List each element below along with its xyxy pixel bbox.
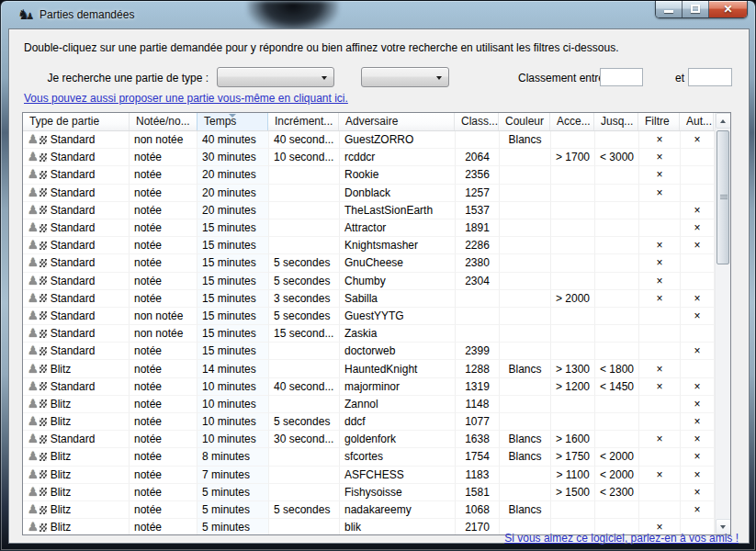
column-header-accept_min[interactable]: Acce... <box>550 113 594 130</box>
column-header-rated[interactable]: Notée/no... <box>130 113 197 130</box>
table-row[interactable]: ♟Standardnotée30 minutes10 second...rcdd… <box>23 149 715 166</box>
table-row[interactable]: ♟Standardnotée10 minutes40 second...majo… <box>23 378 715 396</box>
game-type-text: Standard <box>51 185 96 201</box>
table-row[interactable]: ♟Blitznotée5 minutes5 secondesnadakareem… <box>23 501 715 519</box>
table-row[interactable]: ♟Standardnotée20 minutesTheLastSionEarth… <box>23 202 715 219</box>
cell-filter: × <box>639 360 681 377</box>
cell-time: 40 minutes <box>197 131 269 149</box>
table-row[interactable]: ♟Blitznotée14 minutesHauntedKnight1288Bl… <box>23 360 715 377</box>
column-header-color[interactable]: Couleur <box>499 113 550 130</box>
column-header-type[interactable]: Type de partie <box>23 113 130 130</box>
cell-color: Blancs <box>500 501 551 519</box>
cell-type: ♟Blitz <box>23 360 130 377</box>
game-type-text: Standard <box>51 131 96 148</box>
cell-auto: × <box>681 237 715 254</box>
cell-rated: notée <box>130 431 197 448</box>
pawn-icon: ♟ <box>28 503 47 516</box>
cell-opponent: Fishysoisse <box>340 484 456 501</box>
cell-rated: notée <box>130 219 197 237</box>
cell-increment: 5 secondes <box>269 273 340 290</box>
table-row[interactable]: ♟Standardnotée15 minutes5 secondesGnuChe… <box>23 254 715 272</box>
table-row[interactable]: ♟Blitznotée10 minutes5 secondesddcf1077× <box>23 413 715 431</box>
cell-rating: 2286 <box>456 237 500 254</box>
table-row[interactable]: ♟Standardnon notée15 minutes15 second...… <box>23 325 715 343</box>
table-row[interactable]: ♟Blitznotée8 minutessfcortes1754Blancs> … <box>23 448 715 466</box>
cell-time: 15 minutes <box>197 237 269 254</box>
rating-min-input[interactable] <box>600 68 643 86</box>
close-button[interactable]: ✕ <box>709 1 747 17</box>
cell-time: 15 minutes <box>197 325 269 343</box>
cell-increment: 10 second... <box>269 149 340 166</box>
cell-type: ♟Standard <box>23 431 130 448</box>
cell-auto: × <box>681 448 715 466</box>
game-type-text: Standard <box>51 149 96 165</box>
cell-opponent: nadakareemy <box>340 501 456 519</box>
cell-rating: 1077 <box>456 413 500 431</box>
table-row[interactable]: ♟Blitznotée7 minutesASFCHESS1183> 1100< … <box>23 467 715 484</box>
table-row[interactable]: ♟Standardnotée15 minutes5 secondesChumby… <box>23 273 715 290</box>
cell-accept_max <box>595 413 639 431</box>
cell-type: ♟Blitz <box>23 467 130 484</box>
table-row[interactable]: ♟Standardnotée20 minutesDonblack1257× <box>23 185 715 202</box>
column-header-opponent[interactable]: Adversaire <box>339 113 455 130</box>
column-header-increment[interactable]: Incrément... <box>268 113 339 130</box>
cell-auto <box>681 149 715 166</box>
cell-type: ♟Blitz <box>23 413 130 431</box>
cell-accept_max: < 2000 <box>595 467 639 484</box>
cell-color <box>500 290 551 308</box>
column-header-filter[interactable]: Filtre <box>638 113 680 130</box>
cell-rating: 1638 <box>456 431 500 448</box>
cell-color <box>500 484 551 501</box>
cell-filter: × <box>639 254 681 272</box>
cell-opponent: Rookie <box>340 166 456 184</box>
scroll-down-icon <box>720 525 726 529</box>
column-header-time[interactable]: Temps <box>197 113 268 130</box>
cell-accept_min <box>551 185 595 202</box>
cell-type: ♟Standard <box>23 131 130 149</box>
table-row[interactable]: ♟Standardnotée15 minutesdoctorweb2399× <box>23 343 715 360</box>
column-header-accept_max[interactable]: Jusq... <box>594 113 638 130</box>
table-row[interactable]: ♟Standardnon notée15 minutes5 secondesGu… <box>23 308 715 325</box>
table-row[interactable]: ♟Standardnon notée40 minutes40 second...… <box>23 131 715 149</box>
table-row[interactable]: ♟Standardnotée10 minutes30 second...gold… <box>23 431 715 448</box>
cell-type: ♟Blitz <box>23 448 130 466</box>
scrollbar-thumb[interactable] <box>717 130 729 264</box>
table-row[interactable]: ♟Standardnotée15 minutesAttractor1891× <box>23 219 715 237</box>
cell-color <box>500 219 551 237</box>
title-bar[interactable]: ♞♟ Parties demandées ✕ <box>1 1 755 28</box>
cell-time: 5 minutes <box>197 519 269 535</box>
cell-accept_min <box>551 501 595 519</box>
cell-opponent: Sabilla <box>340 290 456 308</box>
cell-increment <box>269 519 340 535</box>
share-link[interactable]: Si vous aimez ce logiciel, parlez-en à v… <box>504 532 739 545</box>
table-row[interactable]: ♟Standardnotée15 minutes3 secondesSabill… <box>23 290 715 308</box>
scroll-up-button[interactable] <box>716 113 731 129</box>
cell-auto: × <box>681 413 715 431</box>
cell-accept_max: < 1800 <box>595 360 639 377</box>
cell-accept_max <box>595 325 639 343</box>
table-row[interactable]: ♟Standardnotée15 minutesKnightsmasher228… <box>23 237 715 254</box>
pawn-icon: ♟ <box>28 309 47 322</box>
table-row[interactable]: ♟Blitznotée5 minutesFishysoisse1581> 150… <box>23 484 715 501</box>
cell-accept_min: > 1500 <box>551 484 595 501</box>
pawn-icon: ♟ <box>28 327 47 340</box>
cell-color <box>500 325 551 343</box>
cell-accept_min <box>551 396 595 413</box>
rating-max-input[interactable] <box>688 68 732 86</box>
game-type-select[interactable] <box>217 67 334 87</box>
cell-rating: 1319 <box>456 378 500 396</box>
column-header-auto[interactable]: Aut... <box>680 113 714 130</box>
cell-filter: × <box>639 237 681 254</box>
minimize-button[interactable] <box>656 1 683 17</box>
maximize-button[interactable] <box>683 1 709 17</box>
vertical-scrollbar[interactable] <box>715 113 730 534</box>
pawn-icon: ♟ <box>28 256 47 269</box>
column-header-rating[interactable]: Class... <box>455 113 499 130</box>
table-row[interactable]: ♟Blitznotée10 minutesZannol1148× <box>23 396 715 413</box>
game-subtype-select[interactable] <box>361 67 449 87</box>
cell-rated: notée <box>130 237 197 254</box>
cell-accept_min <box>551 166 595 184</box>
cell-color <box>500 413 551 431</box>
table-row[interactable]: ♟Standardnotée20 minutesRookie2356× <box>23 166 715 184</box>
propose-game-link[interactable]: Vous pouvez aussi proposer une partie vo… <box>24 92 348 105</box>
